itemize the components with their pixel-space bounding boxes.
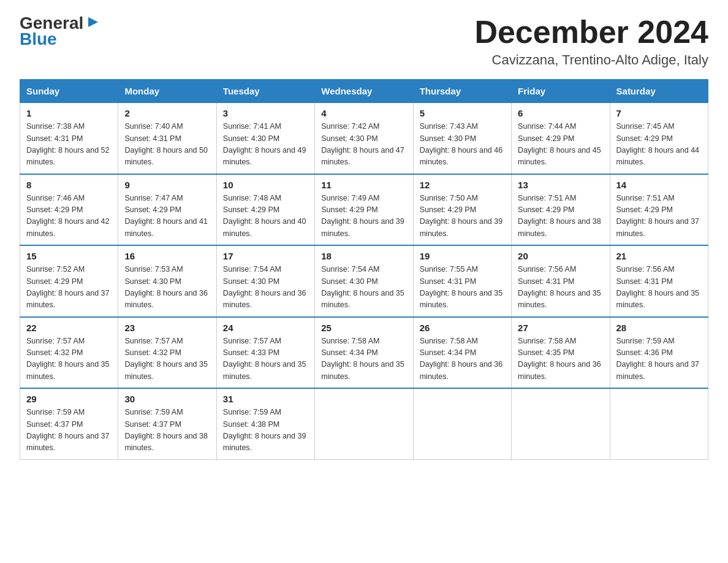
calendar-week-row: 1 Sunrise: 7:38 AMSunset: 4:31 PMDayligh… <box>20 103 708 174</box>
day-info: Sunrise: 7:55 AMSunset: 4:31 PMDaylight:… <box>420 265 503 309</box>
day-number: 15 <box>26 251 112 261</box>
weekday-header-thursday: Thursday <box>413 80 511 103</box>
day-info: Sunrise: 7:54 AMSunset: 4:30 PMDaylight:… <box>223 265 306 309</box>
weekday-header-friday: Friday <box>512 80 610 103</box>
calendar-week-row: 15 Sunrise: 7:52 AMSunset: 4:29 PMDaylig… <box>20 245 708 317</box>
day-number: 18 <box>321 251 406 261</box>
day-info: Sunrise: 7:41 AMSunset: 4:30 PMDaylight:… <box>223 122 306 166</box>
calendar-cell <box>413 388 511 459</box>
calendar-cell: 6 Sunrise: 7:44 AMSunset: 4:29 PMDayligh… <box>512 103 610 174</box>
logo-arrow-icon <box>85 13 102 31</box>
calendar-cell: 31 Sunrise: 7:59 AMSunset: 4:38 PMDaylig… <box>216 388 314 459</box>
day-info: Sunrise: 7:59 AMSunset: 4:37 PMDaylight:… <box>26 408 110 452</box>
day-info: Sunrise: 7:46 AMSunset: 4:29 PMDaylight:… <box>26 194 110 238</box>
day-info: Sunrise: 7:54 AMSunset: 4:30 PMDaylight:… <box>321 265 404 309</box>
calendar-cell: 18 Sunrise: 7:54 AMSunset: 4:30 PMDaylig… <box>315 245 413 317</box>
day-info: Sunrise: 7:59 AMSunset: 4:38 PMDaylight:… <box>223 408 306 452</box>
day-info: Sunrise: 7:47 AMSunset: 4:29 PMDaylight:… <box>124 194 208 238</box>
day-info: Sunrise: 7:51 AMSunset: 4:29 PMDaylight:… <box>616 194 700 238</box>
day-info: Sunrise: 7:52 AMSunset: 4:29 PMDaylight:… <box>26 265 110 309</box>
title-area: December 2024 Cavizzana, Trentino-Alto A… <box>474 15 708 68</box>
day-info: Sunrise: 7:45 AMSunset: 4:29 PMDaylight:… <box>616 122 700 166</box>
logo: General Blue <box>20 15 102 48</box>
day-number: 12 <box>420 180 505 190</box>
weekday-header-row: SundayMondayTuesdayWednesdayThursdayFrid… <box>20 80 708 103</box>
calendar-cell: 11 Sunrise: 7:49 AMSunset: 4:29 PMDaylig… <box>315 174 413 246</box>
calendar-cell: 19 Sunrise: 7:55 AMSunset: 4:31 PMDaylig… <box>413 245 511 317</box>
day-info: Sunrise: 7:42 AMSunset: 4:30 PMDaylight:… <box>321 122 404 166</box>
day-number: 6 <box>518 108 603 118</box>
calendar-cell: 30 Sunrise: 7:59 AMSunset: 4:37 PMDaylig… <box>118 388 216 459</box>
calendar-cell: 9 Sunrise: 7:47 AMSunset: 4:29 PMDayligh… <box>118 174 216 246</box>
day-info: Sunrise: 7:50 AMSunset: 4:29 PMDaylight:… <box>420 194 503 238</box>
calendar-cell: 3 Sunrise: 7:41 AMSunset: 4:30 PMDayligh… <box>216 103 314 174</box>
day-info: Sunrise: 7:49 AMSunset: 4:29 PMDaylight:… <box>321 194 404 238</box>
calendar-week-row: 8 Sunrise: 7:46 AMSunset: 4:29 PMDayligh… <box>20 174 708 246</box>
calendar-week-row: 29 Sunrise: 7:59 AMSunset: 4:37 PMDaylig… <box>20 388 708 459</box>
day-info: Sunrise: 7:58 AMSunset: 4:35 PMDaylight:… <box>518 337 601 381</box>
day-info: Sunrise: 7:51 AMSunset: 4:29 PMDaylight:… <box>518 194 601 238</box>
weekday-header-wednesday: Wednesday <box>315 80 413 103</box>
weekday-header-tuesday: Tuesday <box>216 80 314 103</box>
calendar-cell: 16 Sunrise: 7:53 AMSunset: 4:30 PMDaylig… <box>118 245 216 317</box>
calendar-cell: 2 Sunrise: 7:40 AMSunset: 4:31 PMDayligh… <box>118 103 216 174</box>
day-number: 27 <box>518 323 603 333</box>
day-info: Sunrise: 7:44 AMSunset: 4:29 PMDaylight:… <box>518 122 601 166</box>
calendar-cell: 5 Sunrise: 7:43 AMSunset: 4:30 PMDayligh… <box>413 103 511 174</box>
day-number: 5 <box>420 108 505 118</box>
day-number: 16 <box>124 251 210 261</box>
day-number: 11 <box>321 180 406 190</box>
day-number: 19 <box>420 251 505 261</box>
calendar-cell: 24 Sunrise: 7:57 AMSunset: 4:33 PMDaylig… <box>216 317 314 389</box>
calendar-cell: 22 Sunrise: 7:57 AMSunset: 4:32 PMDaylig… <box>20 317 118 389</box>
calendar-cell: 14 Sunrise: 7:51 AMSunset: 4:29 PMDaylig… <box>610 174 708 246</box>
day-info: Sunrise: 7:56 AMSunset: 4:31 PMDaylight:… <box>616 265 700 309</box>
day-info: Sunrise: 7:58 AMSunset: 4:34 PMDaylight:… <box>420 337 503 381</box>
calendar-cell: 15 Sunrise: 7:52 AMSunset: 4:29 PMDaylig… <box>20 245 118 317</box>
day-number: 23 <box>124 323 210 333</box>
svg-marker-0 <box>88 17 98 27</box>
calendar-cell: 1 Sunrise: 7:38 AMSunset: 4:31 PMDayligh… <box>20 103 118 174</box>
day-number: 14 <box>616 180 702 190</box>
day-info: Sunrise: 7:43 AMSunset: 4:30 PMDaylight:… <box>420 122 503 166</box>
day-number: 22 <box>26 323 112 333</box>
day-number: 3 <box>223 108 308 118</box>
day-number: 9 <box>124 180 210 190</box>
calendar-cell: 8 Sunrise: 7:46 AMSunset: 4:29 PMDayligh… <box>20 174 118 246</box>
day-info: Sunrise: 7:56 AMSunset: 4:31 PMDaylight:… <box>518 265 601 309</box>
day-number: 24 <box>223 323 308 333</box>
day-number: 29 <box>26 394 112 404</box>
calendar-cell <box>512 388 610 459</box>
day-info: Sunrise: 7:59 AMSunset: 4:37 PMDaylight:… <box>124 408 208 452</box>
day-number: 26 <box>420 323 505 333</box>
calendar-cell: 26 Sunrise: 7:58 AMSunset: 4:34 PMDaylig… <box>413 317 511 389</box>
day-number: 28 <box>616 323 702 333</box>
calendar-cell: 23 Sunrise: 7:57 AMSunset: 4:32 PMDaylig… <box>118 317 216 389</box>
calendar-cell: 12 Sunrise: 7:50 AMSunset: 4:29 PMDaylig… <box>413 174 511 246</box>
calendar-cell: 28 Sunrise: 7:59 AMSunset: 4:36 PMDaylig… <box>610 317 708 389</box>
day-number: 25 <box>321 323 406 333</box>
day-info: Sunrise: 7:57 AMSunset: 4:33 PMDaylight:… <box>223 337 306 381</box>
day-number: 7 <box>616 108 702 118</box>
calendar-cell <box>315 388 413 459</box>
day-number: 21 <box>616 251 702 261</box>
calendar-cell: 29 Sunrise: 7:59 AMSunset: 4:37 PMDaylig… <box>20 388 118 459</box>
day-info: Sunrise: 7:58 AMSunset: 4:34 PMDaylight:… <box>321 337 404 381</box>
day-info: Sunrise: 7:57 AMSunset: 4:32 PMDaylight:… <box>124 337 208 381</box>
day-number: 4 <box>321 108 406 118</box>
day-number: 1 <box>26 108 112 118</box>
month-title: December 2024 <box>474 15 708 50</box>
calendar-week-row: 22 Sunrise: 7:57 AMSunset: 4:32 PMDaylig… <box>20 317 708 389</box>
calendar-cell: 21 Sunrise: 7:56 AMSunset: 4:31 PMDaylig… <box>610 245 708 317</box>
weekday-header-saturday: Saturday <box>610 80 708 103</box>
day-number: 8 <box>26 180 112 190</box>
calendar-cell <box>610 388 708 459</box>
day-info: Sunrise: 7:48 AMSunset: 4:29 PMDaylight:… <box>223 194 306 238</box>
day-number: 10 <box>223 180 308 190</box>
calendar-cell: 4 Sunrise: 7:42 AMSunset: 4:30 PMDayligh… <box>315 103 413 174</box>
weekday-header-monday: Monday <box>118 80 216 103</box>
day-info: Sunrise: 7:40 AMSunset: 4:31 PMDaylight:… <box>124 122 208 166</box>
day-number: 2 <box>124 108 210 118</box>
location-subtitle: Cavizzana, Trentino-Alto Adige, Italy <box>474 52 708 68</box>
day-number: 13 <box>518 180 603 190</box>
